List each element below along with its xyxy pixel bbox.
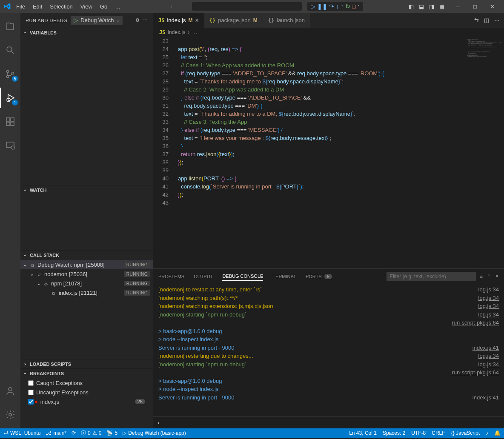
- panel-tab-problems[interactable]: PROBLEMS: [158, 272, 184, 281]
- minimap[interactable]: app.post('/', (req, res) =&gt; { let tex…: [466, 37, 504, 268]
- callstack-item[interactable]: ☼index.js [21121]RUNNING: [20, 288, 153, 297]
- layout-customize-icon[interactable]: ▦: [439, 3, 444, 10]
- console-source-link[interactable]: index.js:41: [472, 344, 499, 352]
- section-callstack[interactable]: ›CALL STACK: [20, 251, 153, 260]
- debug-console-output[interactable]: [nodemon] to restart at any time, enter …: [153, 284, 504, 416]
- panel-view-icon[interactable]: ≡: [480, 272, 483, 281]
- breakpoint-uncaught[interactable]: Uncaught Exceptions: [20, 388, 153, 397]
- callstack-item[interactable]: ⌄☼Debug Watch: npm [25008]RUNNING: [20, 260, 153, 269]
- activity-extensions-icon[interactable]: [0, 111, 20, 132]
- status-remote[interactable]: ⮂WSL: Ubuntu: [3, 430, 40, 436]
- code-editor[interactable]: 2324252627282930313233343536373839404142…: [153, 37, 504, 268]
- chevron-down-icon[interactable]: ⌄: [37, 280, 41, 286]
- window-minimize-icon[interactable]: ─: [450, 0, 467, 13]
- bp-checkbox[interactable]: [28, 390, 34, 395]
- bp-checkbox[interactable]: [28, 399, 34, 405]
- debug-config-selector[interactable]: ▷ Debug Watch ⌄: [71, 16, 123, 25]
- console-source-link[interactable]: log.js:34: [478, 285, 499, 294]
- console-source-link[interactable]: run-script-pkg.js:64: [452, 368, 499, 377]
- section-breakpoints[interactable]: ›BREAKPOINTS: [20, 369, 153, 378]
- menu-view[interactable]: View: [77, 2, 96, 11]
- activity-accounts-icon[interactable]: [0, 381, 20, 401]
- status-item[interactable]: ♪: [486, 430, 488, 436]
- tab-index-js[interactable]: JSindex.jsM×: [153, 13, 204, 28]
- chevron-down-icon[interactable]: ⌄: [116, 18, 120, 23]
- gear-icon[interactable]: ⚙: [135, 17, 140, 23]
- console-source-link[interactable]: log.js:34: [478, 352, 499, 360]
- status-item[interactable]: 🔔: [494, 430, 501, 436]
- more-icon[interactable]: ⋯: [494, 17, 500, 23]
- start-debug-icon[interactable]: ▷: [74, 17, 78, 23]
- menu-file[interactable]: File: [13, 2, 29, 11]
- console-source-link[interactable]: log.js:34: [478, 302, 499, 311]
- activity-explorer-icon[interactable]: [0, 16, 20, 37]
- callstack-item[interactable]: ⌄☼npm [21078]RUNNING: [20, 279, 153, 288]
- debug-step-into-icon[interactable]: ↓: [336, 3, 339, 10]
- console-source-link[interactable]: log.js:34: [478, 311, 499, 319]
- debug-toolbar-chevron-icon[interactable]: ˅: [358, 4, 360, 9]
- line-gutter[interactable]: 2324252627282930313233343536373839404142…: [153, 37, 175, 268]
- debug-console-input[interactable]: ›: [153, 416, 504, 428]
- tab-launch-json[interactable]: {}launch.json: [263, 13, 310, 28]
- panel-close-icon[interactable]: ✕: [495, 272, 499, 281]
- status-item[interactable]: UTF-8: [411, 430, 426, 436]
- console-source-link[interactable]: run-script-pkg.js:64: [452, 319, 499, 327]
- code-content[interactable]: app.post('/', (req, res) => { let text =…: [175, 37, 466, 268]
- compare-changes-icon[interactable]: ⇆: [474, 17, 479, 23]
- status-problems[interactable]: ⓧ0 ⚠0: [81, 430, 101, 437]
- menu-…[interactable]: …: [112, 2, 124, 11]
- panel-tab-debug-console[interactable]: DEBUG CONSOLE: [222, 272, 263, 281]
- status-debug[interactable]: ▷Debug Watch (basic-app): [123, 430, 186, 436]
- activity-remote-explorer-icon[interactable]: [0, 135, 20, 156]
- activity-source-control-icon[interactable]: 5: [0, 64, 20, 84]
- debug-pause-icon[interactable]: ❚❚: [317, 3, 327, 10]
- more-icon[interactable]: ⋯: [143, 17, 148, 23]
- activity-search-icon[interactable]: [0, 40, 20, 60]
- breakpoint-caught[interactable]: Caught Exceptions: [20, 378, 153, 388]
- chevron-down-icon[interactable]: ⌄: [30, 271, 34, 277]
- panel-tab-terminal[interactable]: TERMINAL: [272, 272, 296, 281]
- section-watch[interactable]: ›WATCH: [20, 185, 153, 195]
- panel-tab-ports[interactable]: PORTS: [306, 272, 322, 281]
- section-loaded-scripts[interactable]: ›LOADED SCRIPTS: [20, 359, 153, 369]
- section-variables[interactable]: ›VARIABLES: [20, 28, 153, 37]
- status-ports[interactable]: 📡5: [106, 430, 117, 436]
- console-source-link[interactable]: log.js:34: [478, 360, 499, 369]
- nav-forward-icon[interactable]: →: [181, 3, 186, 10]
- layout-secondary-sidebar-icon[interactable]: ◨: [429, 3, 434, 10]
- status-item[interactable]: CRLF: [432, 430, 445, 436]
- menu-go[interactable]: Go: [97, 2, 111, 11]
- command-center[interactable]: [192, 2, 302, 11]
- tab-close-icon[interactable]: ×: [195, 17, 199, 24]
- breadcrumb-file[interactable]: index.js: [168, 29, 185, 35]
- window-close-icon[interactable]: ✕: [484, 0, 501, 13]
- panel-clear-icon[interactable]: ⌃: [487, 272, 491, 281]
- activity-settings-icon[interactable]: [0, 405, 20, 425]
- debug-step-out-icon[interactable]: ↑: [341, 3, 344, 10]
- callstack-item[interactable]: ⌄☼nodemon [25036]RUNNING: [20, 269, 153, 279]
- tab-package-json[interactable]: {}package.jsonM: [204, 13, 263, 28]
- bp-checkbox[interactable]: [28, 380, 34, 386]
- chevron-down-icon[interactable]: ⌄: [23, 262, 27, 268]
- window-maximize-icon[interactable]: □: [467, 0, 484, 13]
- debug-stop-icon[interactable]: □: [352, 3, 355, 10]
- debug-restart-icon[interactable]: ↻: [345, 3, 350, 10]
- menu-edit[interactable]: Edit: [29, 2, 46, 11]
- breadcrumb[interactable]: JS index.js › …: [153, 28, 504, 37]
- activity-run-debug-icon[interactable]: 1: [0, 88, 20, 108]
- menu-selection[interactable]: Selection: [46, 2, 76, 11]
- status-item[interactable]: {} JavaScript: [451, 430, 480, 436]
- breakpoint-file[interactable]: ●index.js25: [20, 397, 153, 406]
- split-editor-icon[interactable]: ◫: [484, 17, 489, 23]
- status-sync[interactable]: ⟳: [72, 430, 76, 436]
- layout-primary-sidebar-icon[interactable]: ◧: [409, 3, 414, 10]
- nav-back-icon[interactable]: ←: [169, 3, 175, 10]
- debug-console-filter[interactable]: [387, 272, 476, 281]
- panel-tab-output[interactable]: OUTPUT: [194, 272, 213, 281]
- console-source-link[interactable]: index.js:41: [472, 393, 499, 402]
- debug-step-over-icon[interactable]: ↷: [329, 3, 334, 10]
- debug-continue-icon[interactable]: ▷: [311, 3, 315, 10]
- status-branch[interactable]: ⎇main*: [46, 430, 66, 436]
- breadcrumb-more[interactable]: …: [192, 29, 197, 35]
- status-item[interactable]: Ln 43, Col 1: [349, 430, 377, 436]
